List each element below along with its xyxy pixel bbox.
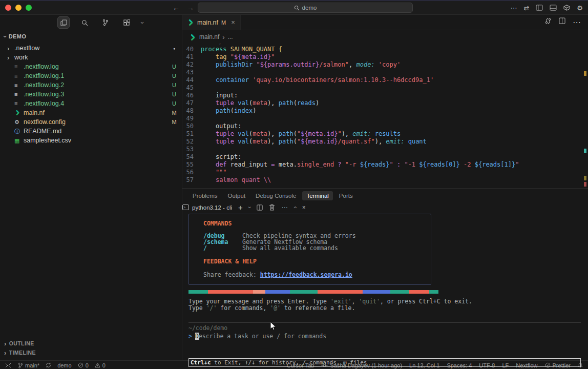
code-line-44[interactable]: 44 container 'quay.io/biocontainers/salm… — [182, 76, 588, 84]
prompt-block-cursor: D — [195, 333, 199, 340]
toggle-panel-icon[interactable] — [550, 5, 557, 11]
customize-layout-icon[interactable] — [563, 5, 570, 11]
log-file-icon: ≡ — [14, 73, 24, 79]
code-text: output: — [201, 122, 241, 130]
line-number: 52 — [182, 138, 201, 146]
breadcrumb-more[interactable]: ... — [228, 33, 233, 40]
views-chevron-down-icon[interactable]: › — [139, 22, 146, 24]
tab-close-icon[interactable]: × — [231, 18, 235, 26]
overview-ruler[interactable] — [584, 44, 586, 188]
sidebar-section-outline[interactable]: ›OUTLINE — [0, 339, 182, 348]
cli-prompt-input[interactable]: >Describe a task or use / for commands — [188, 333, 588, 340]
code-line-45[interactable]: 45 — [182, 84, 588, 92]
file-row-nextflow-config[interactable]: ⚙nextflow.configM — [0, 117, 182, 127]
file-label: work — [14, 54, 166, 61]
code-line-51[interactable]: 51 tuple val(meta), path("${meta.id}"), … — [182, 130, 588, 138]
line-number: 41 — [182, 53, 201, 61]
code-line-50[interactable]: 50 output: — [182, 122, 588, 130]
branch-icon — [17, 362, 23, 368]
git-status-badge: M — [166, 119, 182, 125]
code-line-41[interactable]: 41 tag "${meta.id}" — [182, 53, 588, 61]
search-view-icon[interactable] — [78, 16, 91, 29]
code-line-47[interactable]: 47 tuple val(meta), path(reads) — [182, 99, 588, 107]
file-row--nextflow-log-3[interactable]: ≡.nextflow.log.3U — [0, 90, 182, 99]
code-line-40[interactable]: 40process SALMON_QUANT { — [182, 46, 588, 53]
file-row-main-nf[interactable]: main.nfM — [0, 108, 182, 117]
maximize-panel-chevron-icon[interactable]: › — [291, 206, 298, 208]
editor-more-actions-icon[interactable]: ⋯ — [573, 17, 581, 27]
code-line-57[interactable]: 57 salmon quant \\ — [182, 176, 588, 184]
split-terminal-icon[interactable] — [257, 204, 263, 211]
back-icon[interactable]: ← — [173, 4, 180, 12]
breadcrumb-file[interactable]: main.nf — [199, 33, 219, 40]
tab-main-nf[interactable]: main.nf M × — [182, 15, 241, 30]
code-line-53[interactable]: 53 — [182, 146, 588, 153]
code-line-56[interactable]: 56 """ — [182, 169, 588, 176]
breadcrumb[interactable]: main.nf › ... — [182, 30, 588, 44]
panel-tab-problems[interactable]: Problems — [188, 191, 222, 200]
code-line-49[interactable]: 49 — [182, 115, 588, 122]
split-editor-icon[interactable] — [559, 17, 565, 24]
close-window-button[interactable] — [5, 5, 11, 11]
section-label: TIMELINE — [9, 350, 36, 356]
sidebar-section-timeline[interactable]: ›TIMELINE — [0, 348, 182, 357]
source-control-graph-icon[interactable] — [544, 17, 552, 25]
code-line-55[interactable]: 55 def read_input = meta.single_end ? "-… — [182, 161, 588, 169]
sync-icon — [46, 362, 51, 368]
terminal-icon: > — [182, 204, 189, 210]
mouse-cursor — [269, 321, 277, 332]
status-item-demo[interactable]: demo — [57, 362, 72, 368]
window-controls — [5, 5, 32, 11]
explorer-view-icon[interactable] — [57, 16, 70, 29]
extensions-view-icon[interactable] — [120, 16, 133, 29]
toggle-sidebar-icon[interactable] — [536, 5, 543, 11]
forward-icon[interactable]: → — [187, 4, 194, 12]
code-line-52[interactable]: 52 tuple val(meta), path("${meta.id}/qua… — [182, 138, 588, 146]
status-item-0[interactable]: 0 — [95, 362, 106, 368]
code-line-43[interactable]: 43 — [182, 69, 588, 76]
line-number: 54 — [182, 153, 201, 161]
file-row--nextflow-log[interactable]: ≡.nextflow.logU — [0, 62, 182, 71]
file-row-samplesheet-csv[interactable]: ▦samplesheet.csv — [0, 136, 182, 145]
kill-terminal-trash-icon[interactable] — [269, 204, 275, 211]
panel-tab-output[interactable]: Output — [224, 191, 250, 200]
status-item-main[interactable]: main* — [17, 362, 39, 368]
file-label: nextflow.config — [24, 118, 166, 126]
file-row--nextflow-log-1[interactable]: ≡.nextflow.log.1U — [0, 71, 182, 80]
terminal-dropdown-chevron-icon[interactable]: › — [247, 207, 253, 209]
panel-tab-ports[interactable]: Ports — [335, 191, 357, 200]
code-line-54[interactable]: 54 script: — [182, 153, 588, 161]
chevron-right-icon: › — [4, 350, 7, 356]
terminal-profile-select[interactable]: > python3.12 - cli — [182, 204, 232, 211]
zoom-window-button[interactable] — [26, 5, 32, 11]
new-terminal-icon[interactable]: + — [238, 203, 243, 212]
minimize-window-button[interactable] — [15, 5, 22, 11]
chevron-right-icon: › — [4, 340, 7, 347]
more-actions-icon[interactable]: ⋯ — [510, 4, 517, 12]
settings-gear-icon[interactable]: ⚙ — [577, 4, 583, 12]
panel-more-actions-icon[interactable]: ⋯ — [281, 204, 287, 211]
explorer-root-header[interactable]: › DEMO — [0, 31, 182, 42]
sidebar-bottom-sections: ›OUTLINE›TIMELINE — [0, 339, 182, 357]
log-file-icon: ≡ — [14, 82, 24, 88]
source-control-view-icon[interactable] — [99, 16, 112, 29]
folder-row-work[interactable]: ›work — [0, 53, 182, 62]
code-editor[interactable]: 39 */40process SALMON_QUANT {41 tag "${m… — [182, 44, 588, 188]
status-item-sync[interactable] — [46, 362, 51, 368]
feedback-link[interactable]: https://feedback.seqera.io — [260, 271, 352, 278]
close-panel-icon[interactable]: × — [302, 204, 306, 211]
command-center-search[interactable]: demo — [198, 3, 413, 13]
code-line-48[interactable]: 48 path(index) — [182, 107, 588, 115]
panel-tab-debug-console[interactable]: Debug Console — [251, 191, 300, 200]
terminal-content[interactable]: COMMANDS /debugCheck pipeline syntax and… — [182, 214, 588, 369]
status-item-0[interactable]: 0 — [78, 362, 89, 368]
panel-tab-terminal[interactable]: Terminal — [302, 191, 332, 200]
file-row-README-md[interactable]: ⓘREADME.md — [0, 127, 182, 136]
status-item-remote[interactable] — [5, 363, 11, 368]
code-line-42[interactable]: 42 publishDir "${params.outdir}/salmon",… — [182, 61, 588, 69]
toggle-arrows-icon[interactable]: ⇄ — [523, 4, 529, 12]
code-line-46[interactable]: 46 input: — [182, 92, 588, 99]
folder-row--nextflow[interactable]: ›.nextflow● — [0, 44, 182, 53]
file-row--nextflow-log-4[interactable]: ≡.nextflow.log.4U — [0, 99, 182, 108]
file-row--nextflow-log-2[interactable]: ≡.nextflow.log.2U — [0, 80, 182, 90]
